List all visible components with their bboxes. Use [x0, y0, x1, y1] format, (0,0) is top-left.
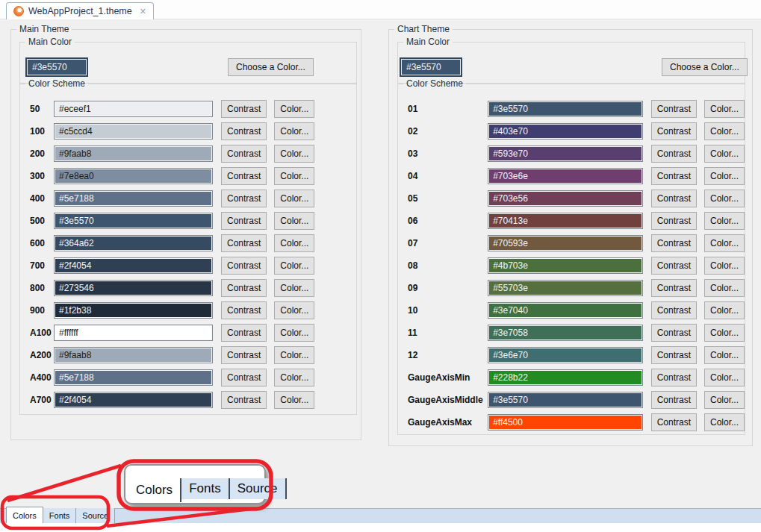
color-hex-value[interactable]: #4b703e	[489, 259, 641, 272]
color-swatch-field[interactable]: #9faab8	[54, 145, 213, 162]
color-swatch-field[interactable]: #3e7058	[488, 325, 642, 341]
color-hex-value[interactable]: #7e8ea0	[55, 169, 211, 183]
contrast-button[interactable]: Contrast	[651, 346, 697, 364]
color-hex-value[interactable]: #703e6e	[489, 169, 641, 183]
color-button[interactable]: Color...	[704, 413, 745, 431]
color-hex-value[interactable]: #9faab8	[55, 147, 211, 160]
contrast-button[interactable]: Contrast	[221, 234, 267, 252]
color-button[interactable]: Color...	[274, 167, 314, 185]
contrast-button[interactable]: Contrast	[651, 145, 697, 163]
color-button[interactable]: Color...	[704, 346, 745, 364]
main-color-value[interactable]: #3e5570	[402, 60, 460, 75]
color-hex-value[interactable]: #1f2b38	[55, 304, 211, 317]
color-hex-value[interactable]: #3e5570	[489, 393, 641, 407]
color-hex-value[interactable]: #55703e	[489, 281, 641, 295]
contrast-button[interactable]: Contrast	[651, 369, 697, 387]
color-hex-value[interactable]: #c5ccd4	[55, 125, 211, 138]
color-button[interactable]: Color...	[274, 279, 314, 297]
color-hex-value[interactable]: #3e5570	[489, 102, 641, 116]
color-hex-value[interactable]: #ff4500	[489, 416, 641, 429]
color-hex-value[interactable]: #703e56	[489, 192, 641, 205]
contrast-button[interactable]: Contrast	[221, 369, 267, 387]
color-swatch-field[interactable]: #70593e	[488, 235, 642, 251]
color-button[interactable]: Color...	[704, 391, 745, 409]
color-button[interactable]: Color...	[274, 234, 314, 252]
color-hex-value[interactable]: #403e70	[489, 125, 641, 138]
color-button[interactable]: Color...	[704, 100, 745, 118]
color-swatch-field[interactable]: #364a62	[54, 235, 213, 251]
contrast-button[interactable]: Contrast	[221, 212, 267, 230]
color-button[interactable]: Color...	[704, 190, 745, 207]
color-swatch-field[interactable]: #403e70	[488, 123, 642, 140]
color-hex-value[interactable]: #3e6e70	[489, 348, 641, 362]
color-swatch-field[interactable]: #4b703e	[488, 257, 642, 274]
contrast-button[interactable]: Contrast	[651, 167, 697, 185]
color-swatch-field[interactable]: #703e6e	[488, 168, 642, 184]
color-button[interactable]: Color...	[704, 145, 745, 163]
color-button[interactable]: Color...	[704, 257, 745, 275]
contrast-button[interactable]: Contrast	[651, 257, 697, 275]
bottom-tab-fonts[interactable]: Fonts	[43, 508, 77, 523]
contrast-button[interactable]: Contrast	[651, 301, 697, 319]
color-swatch-field[interactable]: #703e56	[488, 190, 642, 207]
color-button[interactable]: Color...	[274, 324, 314, 342]
color-swatch-field[interactable]: #228b22	[488, 369, 642, 386]
contrast-button[interactable]: Contrast	[221, 301, 267, 319]
color-hex-value[interactable]: #2f4054	[55, 393, 211, 407]
close-icon[interactable]: ✕	[140, 7, 146, 16]
contrast-button[interactable]: Contrast	[221, 167, 267, 185]
color-hex-value[interactable]: #228b22	[489, 371, 641, 384]
contrast-button[interactable]: Contrast	[221, 279, 267, 297]
color-swatch-field[interactable]: #2f4054	[54, 392, 213, 408]
color-swatch-field[interactable]: #5e7188	[54, 369, 213, 386]
color-hex-value[interactable]: #593e70	[489, 147, 641, 160]
color-button[interactable]: Color...	[704, 279, 745, 297]
color-hex-value[interactable]: #5e7188	[55, 371, 211, 384]
contrast-button[interactable]: Contrast	[651, 122, 697, 140]
contrast-button[interactable]: Contrast	[651, 324, 697, 342]
color-swatch-field[interactable]: #ff4500	[488, 414, 642, 431]
color-button[interactable]: Color...	[704, 324, 745, 342]
color-swatch-field[interactable]: #273546	[54, 280, 213, 296]
color-hex-value[interactable]: #eceef1	[55, 102, 211, 116]
color-button[interactable]: Color...	[704, 234, 745, 252]
color-button[interactable]: Color...	[274, 212, 314, 230]
contrast-button[interactable]: Contrast	[221, 122, 267, 140]
color-button[interactable]: Color...	[274, 122, 314, 140]
color-swatch-field[interactable]: #55703e	[488, 280, 642, 296]
color-hex-value[interactable]: #ffffff	[55, 326, 211, 339]
color-swatch-field[interactable]: #9faab8	[54, 347, 213, 363]
color-swatch-field[interactable]: #ffffff	[54, 325, 213, 341]
contrast-button[interactable]: Contrast	[221, 257, 267, 275]
color-swatch-field[interactable]: #c5ccd4	[54, 123, 213, 140]
contrast-button[interactable]: Contrast	[651, 391, 697, 409]
color-hex-value[interactable]: #5e7188	[55, 192, 211, 205]
color-swatch-field[interactable]: #3e5570	[54, 213, 213, 229]
bottom-tab-source[interactable]: Source	[76, 508, 115, 523]
color-button[interactable]: Color...	[704, 301, 745, 319]
color-hex-value[interactable]: #70593e	[489, 237, 641, 250]
color-button[interactable]: Color...	[704, 167, 745, 185]
contrast-button[interactable]: Contrast	[651, 413, 697, 431]
color-hex-value[interactable]: #70413e	[489, 214, 641, 228]
color-swatch-field[interactable]: #5e7188	[54, 190, 213, 207]
color-button[interactable]: Color...	[274, 391, 314, 409]
color-swatch-field[interactable]: #1f2b38	[54, 302, 213, 319]
color-button[interactable]: Color...	[274, 100, 314, 118]
color-button[interactable]: Color...	[274, 369, 314, 387]
color-hex-value[interactable]: #3e7058	[489, 326, 641, 339]
bottom-tab-colors[interactable]: Colors	[6, 507, 43, 523]
contrast-button[interactable]: Contrast	[651, 100, 697, 118]
color-button[interactable]: Color...	[274, 190, 314, 207]
color-swatch-field[interactable]: #3e5570	[488, 101, 642, 117]
color-swatch-field[interactable]: #593e70	[488, 145, 642, 162]
color-button[interactable]: Color...	[274, 145, 314, 163]
color-button[interactable]: Color...	[704, 122, 745, 140]
choose-a-color-button[interactable]: Choose a Color...	[662, 58, 748, 76]
color-button[interactable]: Color...	[274, 346, 314, 364]
main-color-value[interactable]: #3e5570	[28, 60, 86, 75]
color-hex-value[interactable]: #2f4054	[55, 259, 211, 272]
main-color-swatch[interactable]: #3e5570	[25, 57, 88, 77]
color-hex-value[interactable]: #273546	[55, 281, 211, 295]
contrast-button[interactable]: Contrast	[221, 391, 267, 409]
